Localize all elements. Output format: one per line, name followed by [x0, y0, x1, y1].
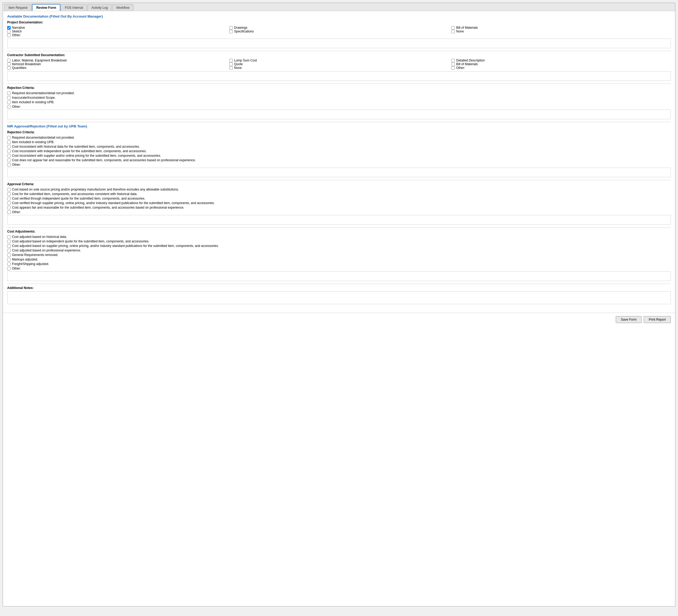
- divider-6: [7, 284, 671, 284]
- rejection-upb-textarea[interactable]: [7, 168, 671, 177]
- cost-verified-independent-checkbox[interactable]: [7, 197, 11, 201]
- checkbox-cost-adj-professional: Cost adjusted based on professional expe…: [7, 249, 671, 252]
- none-contractor-checkbox[interactable]: [229, 66, 233, 70]
- quote-checkbox[interactable]: [229, 63, 233, 66]
- bill-of-materials-contractor-checkbox[interactable]: [451, 63, 455, 66]
- tab-fos-internal[interactable]: FOS Internal: [61, 4, 87, 11]
- drawings-checkbox[interactable]: [229, 26, 233, 30]
- none-proj-checkbox[interactable]: [451, 30, 455, 33]
- cost-independent-quote-checkbox[interactable]: [7, 150, 11, 153]
- other-rejection-am-label: Other:: [12, 105, 21, 109]
- narrative-checkbox[interactable]: [7, 26, 11, 30]
- none-contractor-label: None: [234, 66, 242, 70]
- labor-material-checkbox[interactable]: [7, 59, 11, 62]
- rejection-criteria-am-section: Rejection Criteria: Required documentati…: [7, 86, 671, 119]
- approval-textarea[interactable]: [7, 215, 671, 225]
- approval-criteria-checkboxes: Cost based on sole source pricing and/or…: [7, 188, 671, 214]
- tab-activity-log[interactable]: Activity Log: [87, 4, 112, 11]
- save-form-button[interactable]: Save Form: [616, 316, 642, 323]
- tab-review-form[interactable]: Review Form: [32, 4, 61, 11]
- contractor-doc-textarea[interactable]: [7, 71, 671, 81]
- cost-adjustments-textarea[interactable]: [7, 271, 671, 281]
- cost-fair-approval-label: Cost appears fair and reasonable for the…: [12, 206, 184, 209]
- cost-verified-independent-label: Cost verified through independent quote …: [12, 196, 145, 201]
- req-doc-am-checkbox[interactable]: [7, 92, 11, 95]
- cost-fair-approval-checkbox[interactable]: [7, 206, 11, 209]
- cost-adj-supplier-checkbox[interactable]: [7, 244, 11, 248]
- inaccurate-scope-label: Inaccurate/Inconsistent Scope.: [12, 96, 55, 100]
- checkbox-cost-verified-independent: Cost verified through independent quote …: [7, 196, 671, 201]
- checkbox-none-proj: None: [451, 30, 671, 33]
- cost-adj-independent-checkbox[interactable]: [7, 240, 11, 243]
- specifications-checkbox[interactable]: [229, 30, 233, 33]
- detailed-description-checkbox[interactable]: [451, 59, 455, 62]
- other-rejection-upb-checkbox[interactable]: [7, 163, 11, 167]
- other-contractor-checkbox[interactable]: [451, 66, 455, 70]
- checkbox-other-rejection-upb: Other:: [7, 163, 671, 167]
- checkbox-req-doc-am: Required documentation/detail not provid…: [7, 91, 671, 95]
- inaccurate-scope-checkbox[interactable]: [7, 96, 11, 100]
- cost-adj-independent-label: Cost adjusted based on independent quote…: [12, 240, 149, 243]
- quantities-label: Quantities: [12, 66, 26, 70]
- bill-of-materials-contractor-label: Bill of Materials: [456, 62, 478, 66]
- cost-not-fair-checkbox[interactable]: [7, 158, 11, 162]
- cost-historical-checkbox[interactable]: [7, 145, 11, 148]
- item-existing-upb-checkbox[interactable]: [7, 141, 11, 144]
- lump-sum-checkbox[interactable]: [229, 59, 233, 62]
- additional-notes-textarea[interactable]: [7, 291, 671, 304]
- project-doc-textarea[interactable]: [7, 39, 671, 48]
- main-content: Available Documentation (Filled Out By A…: [3, 11, 675, 310]
- cost-adjustments-label: Cost Adjustments:: [7, 230, 671, 233]
- tab-workflow[interactable]: Workflow: [112, 4, 133, 11]
- tab-item-request[interactable]: Item Request: [4, 4, 31, 11]
- freight-shipping-label: Freight/Shipping adjusted.: [12, 262, 49, 266]
- checkbox-cost-supplier-online: Cost inconsistent with supplier and/or o…: [7, 154, 671, 157]
- project-doc-col1: Narrative Sketch Other:: [7, 26, 227, 37]
- rejection-criteria-am-textarea[interactable]: [7, 110, 671, 119]
- contractor-col2: Lump Sum Cost Quote None: [229, 59, 449, 70]
- sole-source-label: Cost based on sole source pricing and/or…: [12, 188, 179, 191]
- other-proj-label: Other:: [12, 33, 21, 37]
- sketch-checkbox[interactable]: [7, 30, 11, 33]
- checkbox-cost-fair-approval: Cost appears fair and reasonable for the…: [7, 206, 671, 209]
- other-cost-adj-checkbox[interactable]: [7, 267, 11, 270]
- footer: Save Form Print Report: [3, 313, 675, 326]
- specifications-label: Specifications: [234, 30, 254, 33]
- freight-shipping-checkbox[interactable]: [7, 262, 11, 266]
- project-documentation-label: Project Documentation:: [7, 21, 671, 24]
- checkbox-cost-adj-historical: Cost adjusted based on historical data.: [7, 235, 671, 239]
- checkbox-bill-of-materials-proj: Bill of Materials: [451, 26, 671, 30]
- bill-of-materials-proj-label: Bill of Materials: [456, 26, 478, 30]
- other-rejection-am-checkbox[interactable]: [7, 105, 11, 109]
- general-requirements-checkbox[interactable]: [7, 253, 11, 257]
- other-approval-checkbox[interactable]: [7, 211, 11, 214]
- checkbox-labor-material: Labor, Material, Equipment Breakdown: [7, 59, 227, 62]
- cost-verified-supplier-checkbox[interactable]: [7, 202, 11, 205]
- divider-1: [7, 51, 671, 51]
- other-proj-checkbox[interactable]: [7, 34, 11, 37]
- cost-supplier-online-label: Cost inconsistent with supplier and/or o…: [12, 154, 161, 157]
- checkbox-item-existing-upb-am: Item included in existing UPB.: [7, 100, 671, 104]
- checkbox-cost-verified-supplier: Cost verified through supplier pricing, …: [7, 201, 671, 205]
- itemized-breakdown-checkbox[interactable]: [7, 63, 11, 66]
- rejection-criteria-upb-checkboxes: Required documentation/detail not provid…: [7, 136, 671, 167]
- quantities-checkbox[interactable]: [7, 66, 11, 70]
- cost-independent-quote-label: Cost inconsistent with independent quote…: [12, 149, 147, 153]
- sole-source-checkbox[interactable]: [7, 188, 11, 191]
- checkbox-bill-of-materials-contractor: Bill of Materials: [451, 62, 671, 66]
- checkbox-other-rejection-am: Other:: [7, 105, 671, 109]
- item-existing-upb-am-checkbox[interactable]: [7, 101, 11, 104]
- cost-adj-professional-checkbox[interactable]: [7, 249, 11, 252]
- cost-historical-approval-checkbox[interactable]: [7, 192, 11, 196]
- checkbox-other-contractor: Other:: [451, 66, 671, 70]
- print-report-button[interactable]: Print Report: [644, 316, 671, 323]
- checkbox-markups-adjusted: Markups adjusted.: [7, 258, 671, 261]
- markups-adjusted-checkbox[interactable]: [7, 258, 11, 261]
- cost-supplier-online-checkbox[interactable]: [7, 154, 11, 157]
- project-documentation-checkboxes: Narrative Sketch Other: Drawings: [7, 26, 671, 37]
- bill-of-materials-proj-checkbox[interactable]: [451, 26, 455, 30]
- other-cost-adj-label: Other:: [12, 267, 21, 270]
- cost-adj-historical-checkbox[interactable]: [7, 235, 11, 239]
- req-doc-upb-checkbox[interactable]: [7, 136, 11, 139]
- cost-adj-supplier-label: Cost adjusted based on supplier pricing,…: [12, 244, 219, 248]
